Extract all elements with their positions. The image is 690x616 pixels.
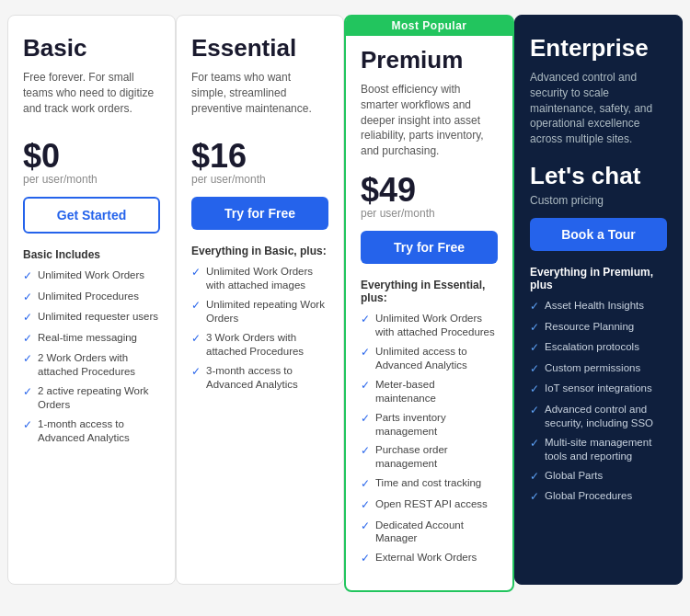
feature-item: ✓ 3 Work Orders with attached Procedures [191, 331, 328, 359]
feature-item: ✓ 2 Work Orders with attached Procedures [23, 351, 160, 379]
feature-text: External Work Orders [375, 551, 477, 565]
check-icon: ✓ [191, 299, 201, 314]
cta-button-essential[interactable]: Try for Free [191, 197, 328, 230]
pricing-grid: BasicFree forever. For small teams who n… [7, 15, 683, 592]
plan-card-premium: Most PopularPremiumBoost efficiency with… [344, 15, 514, 592]
feature-text: Multi-site management tools and reportin… [545, 436, 667, 463]
feature-text: Global Procedures [545, 489, 632, 503]
feature-text: Parts inventory management [375, 411, 498, 439]
feature-text: Unlimited access to Advanced Analytics [375, 345, 498, 372]
feature-text: Dedicated Account Manager [375, 519, 498, 546]
feature-text: Global Parts [545, 469, 603, 483]
check-icon: ✓ [530, 404, 539, 418]
features-title-essential: Everything in Basic, plus: [191, 245, 328, 257]
feature-item: ✓ Unlimited Work Orders with attached Pr… [361, 312, 498, 339]
cta-button-basic[interactable]: Get Started [23, 197, 160, 234]
check-icon: ✓ [191, 266, 201, 280]
feature-item: ✓ Open REST API access [361, 497, 498, 513]
feature-item: ✓ 1-month access to Advanced Analytics [23, 417, 160, 445]
feature-item: ✓ Purchase order management [361, 443, 498, 471]
most-popular-badge: Most Popular [346, 16, 512, 36]
feature-text: Unlimited Work Orders with attached imag… [206, 265, 328, 292]
feature-text: IoT sensor integrations [545, 382, 652, 395]
plan-description-premium: Boost efficiency with smarter workflows … [361, 82, 498, 159]
feature-text: Unlimited requester users [38, 310, 158, 324]
feature-text: Unlimited Work Orders [38, 268, 144, 282]
price-section-enterprise: Let's chat Custom pricing [530, 162, 667, 207]
feature-item: ✓ Unlimited access to Advanced Analytics [361, 345, 498, 372]
plan-description-enterprise: Advanced control and security to scale m… [530, 70, 667, 147]
feature-text: 1-month access to Advanced Analytics [38, 417, 160, 445]
check-icon: ✓ [23, 352, 32, 367]
cta-button-premium[interactable]: Try for Free [361, 231, 498, 264]
check-icon: ✓ [361, 477, 370, 492]
plan-description-essential: For teams who want simple, streamlined p… [191, 70, 328, 125]
feature-item: ✓ Custom permissions [530, 361, 667, 377]
feature-item: ✓ Real-time messaging [23, 331, 160, 347]
plan-card-essential: EssentialFor teams who want simple, stre… [176, 15, 344, 585]
feature-text: Unlimited repeating Work Orders [206, 298, 328, 325]
feature-text: 2 active repeating Work Orders [38, 384, 160, 412]
custom-pricing-label: Custom pricing [530, 194, 667, 207]
feature-text: Escalation protocols [545, 340, 639, 354]
check-icon: ✓ [191, 332, 201, 347]
feature-text: 3-month access to Advanced Analytics [206, 364, 328, 392]
check-icon: ✓ [361, 412, 370, 427]
check-icon: ✓ [361, 519, 370, 534]
price-amount-basic: $0 [23, 140, 160, 173]
feature-item: ✓ Unlimited requester users [23, 310, 160, 325]
features-title-basic: Basic Includes [23, 248, 160, 261]
feature-item: ✓ Asset Health Insights [530, 299, 667, 314]
feature-item: ✓ Advanced control and security, includi… [530, 403, 667, 430]
check-icon: ✓ [23, 418, 32, 433]
feature-item: ✓ Resource Planning [530, 320, 667, 336]
plan-card-enterprise: EnterpriseAdvanced control and security … [514, 15, 683, 585]
feature-item: ✓ Escalation protocols [530, 340, 667, 356]
feature-item: ✓ 2 active repeating Work Orders [23, 384, 160, 412]
features-title-premium: Everything in Essential, plus: [361, 279, 498, 304]
price-section-essential: $16 per user/month [191, 140, 328, 186]
check-icon: ✓ [361, 346, 370, 360]
feature-text: Resource Planning [545, 320, 634, 334]
check-icon: ✓ [361, 444, 370, 459]
check-icon: ✓ [361, 313, 370, 327]
features-section-premium: Everything in Essential, plus: ✓ Unlimit… [361, 279, 498, 566]
let-chat-heading: Let's chat [530, 162, 667, 190]
price-section-basic: $0 per user/month [23, 140, 160, 186]
price-amount-essential: $16 [191, 140, 328, 173]
check-icon: ✓ [530, 362, 539, 377]
plan-card-basic: BasicFree forever. For small teams who n… [7, 15, 176, 585]
feature-item: ✓ Multi-site management tools and report… [530, 436, 667, 463]
check-icon: ✓ [530, 437, 539, 451]
feature-item: ✓ External Work Orders [361, 551, 498, 566]
feature-item: ✓ Global Procedures [530, 489, 667, 505]
feature-text: Unlimited Work Orders with attached Proc… [375, 312, 498, 339]
feature-item: ✓ Unlimited Work Orders with attached im… [191, 265, 328, 292]
features-section-enterprise: Everything in Premium, plus ✓ Asset Heal… [530, 266, 667, 505]
price-unit-essential: per user/month [191, 173, 328, 186]
feature-text: Advanced control and security, including… [545, 403, 667, 430]
features-title-enterprise: Everything in Premium, plus [530, 266, 667, 291]
feature-item: ✓ Parts inventory management [361, 411, 498, 439]
check-icon: ✓ [23, 385, 32, 400]
check-icon: ✓ [23, 269, 32, 284]
feature-item: ✓ IoT sensor integrations [530, 382, 667, 397]
check-icon: ✓ [361, 379, 370, 394]
check-icon: ✓ [530, 321, 539, 336]
feature-item: ✓ Unlimited Work Orders [23, 268, 160, 284]
check-icon: ✓ [361, 552, 370, 566]
check-icon: ✓ [530, 300, 539, 314]
check-icon: ✓ [23, 332, 32, 347]
plan-name-essential: Essential [191, 34, 328, 63]
check-icon: ✓ [361, 498, 370, 513]
cta-button-enterprise[interactable]: Book a Tour [530, 218, 667, 251]
plan-name-premium: Premium [361, 46, 498, 74]
plan-name-basic: Basic [23, 34, 160, 63]
feature-item: ✓ Global Parts [530, 469, 667, 485]
check-icon: ✓ [191, 365, 201, 380]
price-unit-basic: per user/month [23, 173, 160, 186]
feature-text: Time and cost tracking [375, 476, 481, 490]
feature-item: ✓ Time and cost tracking [361, 476, 498, 492]
feature-text: 2 Work Orders with attached Procedures [38, 351, 160, 379]
feature-text: Open REST API access [375, 497, 488, 511]
